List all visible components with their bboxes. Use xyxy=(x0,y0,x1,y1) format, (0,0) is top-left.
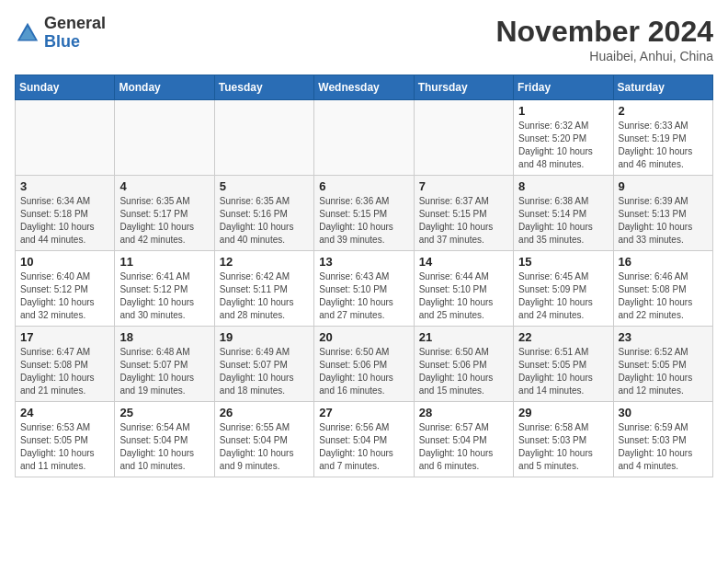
calendar-cell: 1Sunrise: 6:32 AM Sunset: 5:20 PM Daylig… xyxy=(514,100,613,176)
day-number: 29 xyxy=(518,406,608,419)
calendar-cell: 14Sunrise: 6:44 AM Sunset: 5:10 PM Dayli… xyxy=(414,251,513,327)
calendar-cell: 23Sunrise: 6:52 AM Sunset: 5:05 PM Dayli… xyxy=(613,327,712,402)
calendar-cell: 10Sunrise: 6:40 AM Sunset: 5:12 PM Dayli… xyxy=(16,251,115,327)
day-info: Sunrise: 6:42 AM Sunset: 5:11 PM Dayligh… xyxy=(220,270,309,322)
day-info: Sunrise: 6:54 AM Sunset: 5:04 PM Dayligh… xyxy=(119,421,209,473)
calendar-cell: 8Sunrise: 6:38 AM Sunset: 5:14 PM Daylig… xyxy=(514,176,613,251)
day-info: Sunrise: 6:52 AM Sunset: 5:05 PM Dayligh… xyxy=(619,346,708,397)
day-info: Sunrise: 6:56 AM Sunset: 5:04 PM Dayligh… xyxy=(319,421,408,473)
calendar-cell: 27Sunrise: 6:56 AM Sunset: 5:04 PM Dayli… xyxy=(314,402,414,477)
day-number: 19 xyxy=(220,330,309,344)
calendar-cell xyxy=(214,100,313,176)
calendar-week-row: 10Sunrise: 6:40 AM Sunset: 5:12 PM Dayli… xyxy=(16,251,713,327)
logo-icon xyxy=(15,20,40,46)
day-number: 22 xyxy=(518,330,608,344)
calendar-header-tuesday: Tuesday xyxy=(214,75,313,100)
calendar-cell: 22Sunrise: 6:51 AM Sunset: 5:05 PM Dayli… xyxy=(514,327,613,402)
day-info: Sunrise: 6:35 AM Sunset: 5:17 PM Dayligh… xyxy=(119,195,209,247)
day-number: 9 xyxy=(619,179,708,193)
calendar-cell: 16Sunrise: 6:46 AM Sunset: 5:08 PM Dayli… xyxy=(613,251,712,327)
calendar-cell: 7Sunrise: 6:37 AM Sunset: 5:15 PM Daylig… xyxy=(414,176,513,251)
calendar-cell: 28Sunrise: 6:57 AM Sunset: 5:04 PM Dayli… xyxy=(414,402,513,477)
calendar-cell: 9Sunrise: 6:39 AM Sunset: 5:13 PM Daylig… xyxy=(613,176,712,251)
day-number: 8 xyxy=(518,179,608,193)
calendar-cell: 11Sunrise: 6:41 AM Sunset: 5:12 PM Dayli… xyxy=(115,251,214,327)
day-number: 27 xyxy=(319,406,408,419)
calendar-cell: 30Sunrise: 6:59 AM Sunset: 5:03 PM Dayli… xyxy=(613,402,712,477)
day-number: 14 xyxy=(419,255,508,269)
calendar-header-row: SundayMondayTuesdayWednesdayThursdayFrid… xyxy=(16,75,713,100)
day-info: Sunrise: 6:37 AM Sunset: 5:15 PM Dayligh… xyxy=(419,195,508,247)
calendar-cell xyxy=(115,100,214,176)
day-info: Sunrise: 6:57 AM Sunset: 5:04 PM Dayligh… xyxy=(419,421,508,473)
day-number: 7 xyxy=(419,179,508,193)
day-number: 2 xyxy=(619,104,708,118)
day-number: 13 xyxy=(319,255,408,269)
day-info: Sunrise: 6:38 AM Sunset: 5:14 PM Dayligh… xyxy=(518,195,608,247)
calendar-cell: 17Sunrise: 6:47 AM Sunset: 5:08 PM Dayli… xyxy=(16,327,115,402)
calendar-cell: 15Sunrise: 6:45 AM Sunset: 5:09 PM Dayli… xyxy=(514,251,613,327)
day-number: 11 xyxy=(119,255,209,269)
day-info: Sunrise: 6:41 AM Sunset: 5:12 PM Dayligh… xyxy=(119,270,209,322)
day-number: 1 xyxy=(518,104,608,118)
logo-blue: Blue xyxy=(44,32,80,51)
day-info: Sunrise: 6:55 AM Sunset: 5:04 PM Dayligh… xyxy=(220,421,309,473)
calendar-cell: 20Sunrise: 6:50 AM Sunset: 5:06 PM Dayli… xyxy=(314,327,414,402)
logo-general: General xyxy=(44,14,106,32)
calendar-cell: 18Sunrise: 6:48 AM Sunset: 5:07 PM Dayli… xyxy=(115,327,214,402)
day-info: Sunrise: 6:45 AM Sunset: 5:09 PM Dayligh… xyxy=(518,270,608,322)
calendar-cell: 2Sunrise: 6:33 AM Sunset: 5:19 PM Daylig… xyxy=(613,100,712,176)
page-header: General Blue November 2024 Huaibei, Anhu… xyxy=(15,15,713,63)
day-number: 10 xyxy=(20,255,109,269)
day-number: 25 xyxy=(119,406,209,419)
logo-text: General Blue xyxy=(44,15,106,52)
day-info: Sunrise: 6:46 AM Sunset: 5:08 PM Dayligh… xyxy=(619,270,708,322)
calendar-cell: 6Sunrise: 6:36 AM Sunset: 5:15 PM Daylig… xyxy=(314,176,414,251)
day-number: 4 xyxy=(119,179,209,193)
day-number: 3 xyxy=(20,179,109,193)
calendar-week-row: 1Sunrise: 6:32 AM Sunset: 5:20 PM Daylig… xyxy=(16,100,713,176)
calendar-cell: 4Sunrise: 6:35 AM Sunset: 5:17 PM Daylig… xyxy=(115,176,214,251)
day-number: 24 xyxy=(20,406,109,419)
calendar-cell: 13Sunrise: 6:43 AM Sunset: 5:10 PM Dayli… xyxy=(314,251,414,327)
calendar-header-friday: Friday xyxy=(514,75,613,100)
day-info: Sunrise: 6:39 AM Sunset: 5:13 PM Dayligh… xyxy=(619,195,708,247)
calendar-week-row: 3Sunrise: 6:34 AM Sunset: 5:18 PM Daylig… xyxy=(16,176,713,251)
day-number: 6 xyxy=(319,179,408,193)
day-number: 30 xyxy=(619,406,708,419)
calendar-cell: 12Sunrise: 6:42 AM Sunset: 5:11 PM Dayli… xyxy=(214,251,313,327)
calendar-table: SundayMondayTuesdayWednesdayThursdayFrid… xyxy=(15,75,713,477)
day-info: Sunrise: 6:50 AM Sunset: 5:06 PM Dayligh… xyxy=(419,346,508,397)
month-title: November 2024 xyxy=(495,15,713,49)
day-number: 21 xyxy=(419,330,508,344)
calendar-cell: 21Sunrise: 6:50 AM Sunset: 5:06 PM Dayli… xyxy=(414,327,513,402)
calendar-cell: 5Sunrise: 6:35 AM Sunset: 5:16 PM Daylig… xyxy=(214,176,313,251)
calendar-cell: 25Sunrise: 6:54 AM Sunset: 5:04 PM Dayli… xyxy=(115,402,214,477)
day-info: Sunrise: 6:40 AM Sunset: 5:12 PM Dayligh… xyxy=(20,270,109,322)
calendar-cell xyxy=(314,100,414,176)
day-number: 23 xyxy=(619,330,708,344)
day-number: 15 xyxy=(518,255,608,269)
calendar-header-wednesday: Wednesday xyxy=(314,75,414,100)
day-info: Sunrise: 6:36 AM Sunset: 5:15 PM Dayligh… xyxy=(319,195,408,247)
calendar-cell: 26Sunrise: 6:55 AM Sunset: 5:04 PM Dayli… xyxy=(214,402,313,477)
day-number: 18 xyxy=(119,330,209,344)
calendar-header-sunday: Sunday xyxy=(16,75,115,100)
location: Huaibei, Anhui, China xyxy=(495,49,713,63)
day-info: Sunrise: 6:47 AM Sunset: 5:08 PM Dayligh… xyxy=(20,346,109,397)
day-info: Sunrise: 6:51 AM Sunset: 5:05 PM Dayligh… xyxy=(518,346,608,397)
day-info: Sunrise: 6:49 AM Sunset: 5:07 PM Dayligh… xyxy=(220,346,309,397)
day-info: Sunrise: 6:32 AM Sunset: 5:20 PM Dayligh… xyxy=(518,120,608,171)
day-number: 20 xyxy=(319,330,408,344)
calendar-header-thursday: Thursday xyxy=(414,75,513,100)
day-info: Sunrise: 6:58 AM Sunset: 5:03 PM Dayligh… xyxy=(518,421,608,473)
calendar-header-saturday: Saturday xyxy=(613,75,712,100)
day-info: Sunrise: 6:35 AM Sunset: 5:16 PM Dayligh… xyxy=(220,195,309,247)
calendar-cell: 24Sunrise: 6:53 AM Sunset: 5:05 PM Dayli… xyxy=(16,402,115,477)
logo: General Blue xyxy=(15,15,106,52)
day-info: Sunrise: 6:44 AM Sunset: 5:10 PM Dayligh… xyxy=(419,270,508,322)
day-info: Sunrise: 6:59 AM Sunset: 5:03 PM Dayligh… xyxy=(619,421,708,473)
day-number: 26 xyxy=(220,406,309,419)
day-info: Sunrise: 6:48 AM Sunset: 5:07 PM Dayligh… xyxy=(119,346,209,397)
day-info: Sunrise: 6:34 AM Sunset: 5:18 PM Dayligh… xyxy=(20,195,109,247)
